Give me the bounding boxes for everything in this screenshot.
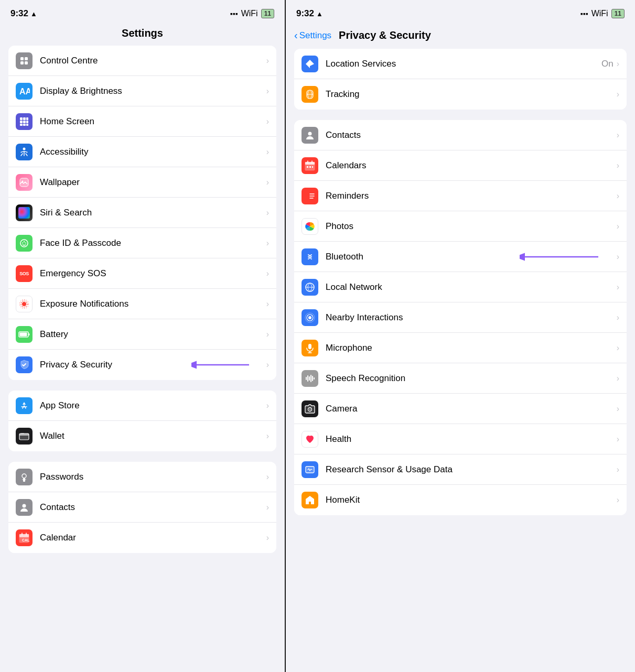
svg-rect-5 [20, 117, 23, 120]
accessibility-chevron: › [266, 147, 269, 157]
right-group-1: Location Services On › Tracking › [294, 49, 627, 110]
right-time-text: 9:32 [296, 8, 314, 19]
battery-label: Battery [40, 329, 266, 340]
left-group-2: App Store › Wallet › [8, 391, 276, 451]
row-contacts-left[interactable]: Contacts › [8, 492, 276, 523]
right-settings-scroll[interactable]: Location Services On › Tracking › [286, 49, 635, 672]
row-accessibility[interactable]: Accessibility › [8, 137, 276, 167]
left-time-text: 9:32 [10, 8, 28, 19]
tracking-chevron: › [617, 90, 619, 99]
microphone-label: Microphone [326, 343, 617, 353]
row-wallpaper[interactable]: Wallpaper › [8, 167, 276, 198]
back-button[interactable]: ‹ Settings [294, 29, 331, 41]
svg-rect-12 [23, 124, 26, 126]
nearby-interactions-chevron: › [617, 313, 619, 322]
svg-rect-26 [21, 433, 24, 434]
row-homekit[interactable]: HomeKit › [294, 485, 627, 515]
row-calendar-left[interactable]: CAL Calendar › [8, 523, 276, 553]
row-wallet[interactable]: Wallet › [8, 421, 276, 451]
photos-icon [302, 218, 318, 235]
left-status-bar: 9:32 ▲ ▪▪▪ WiFi 11 [0, 0, 285, 25]
photos-chevron: › [617, 222, 619, 231]
svg-rect-0 [20, 57, 24, 60]
home-screen-icon [16, 113, 33, 130]
tracking-label: Tracking [326, 89, 617, 100]
row-contacts-r[interactable]: Contacts › [294, 120, 627, 150]
row-camera[interactable]: Camera › [294, 394, 627, 424]
row-photos[interactable]: Photos › [294, 211, 627, 242]
svg-rect-7 [26, 117, 28, 120]
row-home-screen[interactable]: Home Screen › [8, 106, 276, 137]
row-exposure[interactable]: Exposure Notifications › [8, 289, 276, 319]
row-local-network[interactable]: Local Network › [294, 272, 627, 302]
svg-rect-64 [312, 376, 313, 381]
row-app-store[interactable]: App Store › [8, 391, 276, 421]
bluetooth-chevron: › [617, 252, 619, 262]
svg-rect-3 [25, 61, 28, 64]
row-control-centre[interactable]: Control Centre › [8, 46, 276, 76]
svg-point-14 [23, 147, 26, 150]
left-settings-scroll[interactable]: Control Centre › AA Display & Brightness… [0, 46, 285, 672]
row-privacy-security[interactable]: Privacy & Security › [8, 350, 276, 380]
svg-rect-43 [309, 166, 311, 168]
homekit-chevron: › [617, 495, 619, 505]
row-speech-recognition[interactable]: Speech Recognition › [294, 363, 627, 394]
siri-icon [16, 204, 33, 221]
svg-point-46 [308, 195, 309, 197]
face-id-chevron: › [266, 239, 269, 248]
svg-point-30 [23, 504, 26, 507]
display-brightness-label: Display & Brightness [40, 86, 266, 96]
svg-text:CAL: CAL [22, 538, 30, 542]
svg-rect-25 [19, 433, 29, 436]
left-wifi-icon: WiFi [241, 9, 258, 18]
row-location-services[interactable]: Location Services On › [294, 49, 627, 79]
svg-rect-13 [26, 124, 28, 126]
privacy-security-chevron: › [266, 360, 269, 370]
row-display-brightness[interactable]: AA Display & Brightness › [8, 76, 276, 106]
home-screen-label: Home Screen [40, 116, 266, 127]
row-siri-search[interactable]: Siri & Search › [8, 198, 276, 228]
svg-point-45 [308, 193, 309, 194]
row-calendars[interactable]: Calendars › [294, 150, 627, 181]
home-screen-chevron: › [266, 117, 269, 126]
row-face-id[interactable]: Face ID & Passcode › [8, 228, 276, 258]
svg-rect-9 [23, 121, 26, 123]
battery-icon [16, 326, 33, 343]
exposure-label: Exposure Notifications [40, 299, 266, 309]
back-label: Settings [299, 30, 331, 41]
siri-search-chevron: › [266, 208, 269, 218]
bottom-spacer [294, 526, 627, 536]
row-battery[interactable]: Battery › [8, 319, 276, 350]
svg-rect-68 [306, 467, 314, 473]
row-nearby-interactions[interactable]: Nearby Interactions › [294, 302, 627, 333]
left-location-icon: ▲ [30, 10, 37, 18]
row-passwords[interactable]: Passwords › [8, 462, 276, 492]
calendars-icon [302, 157, 318, 174]
location-services-icon [302, 56, 318, 72]
location-services-chevron: › [617, 59, 619, 69]
contacts-left-label: Contacts [40, 502, 266, 513]
camera-label: Camera [326, 404, 617, 414]
row-bluetooth[interactable]: Bluetooth › [294, 242, 627, 272]
wallet-icon [16, 428, 33, 445]
row-health[interactable]: Health › [294, 424, 627, 454]
control-centre-label: Control Centre [40, 56, 266, 66]
row-research-sensor[interactable]: Research Sensor & Usage Data › [294, 454, 627, 485]
left-panel: 9:32 ▲ ▪▪▪ WiFi 11 Settings Control Cent… [0, 0, 286, 672]
row-microphone[interactable]: Microphone › [294, 333, 627, 363]
accessibility-label: Accessibility [40, 147, 266, 157]
row-reminders[interactable]: Reminders › [294, 181, 627, 211]
left-status-icons: ▪▪▪ WiFi 11 [230, 9, 274, 18]
svg-rect-11 [20, 124, 23, 126]
right-panel: 9:32 ▲ ▪▪▪ WiFi 11 ‹ Settings Privacy & … [286, 0, 635, 672]
svg-rect-1 [25, 57, 28, 60]
emergency-sos-chevron: › [266, 269, 269, 278]
row-tracking[interactable]: Tracking › [294, 79, 627, 110]
svg-rect-63 [310, 375, 311, 382]
emergency-sos-icon: SOS [16, 265, 33, 282]
svg-point-47 [308, 197, 309, 199]
svg-rect-22 [29, 333, 30, 335]
wallet-label: Wallet [40, 431, 266, 441]
left-page-title: Settings [0, 27, 285, 39]
row-emergency-sos[interactable]: SOS Emergency SOS › [8, 258, 276, 289]
